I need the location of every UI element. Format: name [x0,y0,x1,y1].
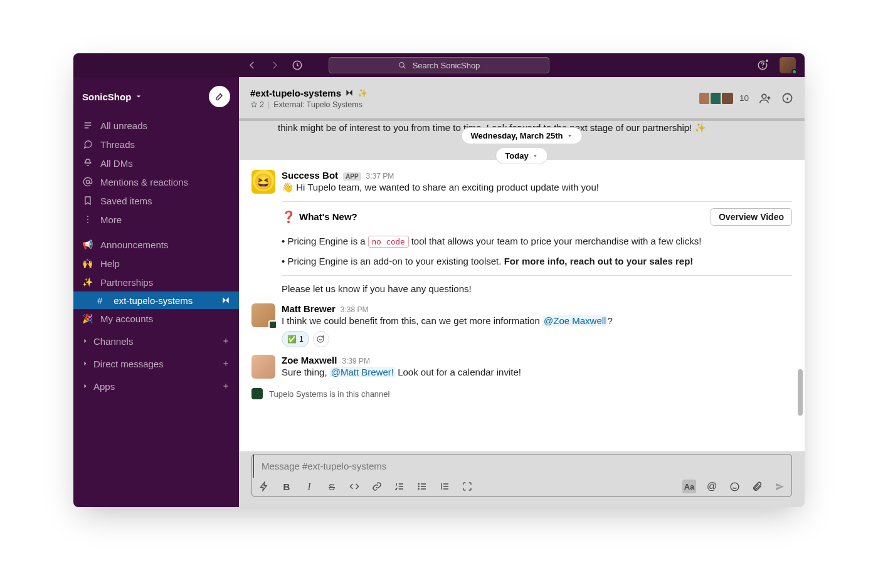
section-apps[interactable]: Apps ＋ [73,377,239,396]
app-window: Search SonicShop SonicShop All unrea [73,53,805,507]
nav-all-dms[interactable]: All DMs [73,154,239,172]
message-text: Sure thing, @Matt Brewer! Look out for a… [282,365,792,380]
channel-announcements[interactable]: 📢 Announcements [73,235,239,254]
caret-icon [82,360,88,367]
top-header: Search SonicShop [73,53,805,77]
app-badge: APP [343,172,361,181]
italic-icon[interactable]: I [302,480,316,493]
pin-icon[interactable]: 2 [250,100,264,109]
nav-mentions[interactable]: Mentions & reactions [73,172,239,191]
composer-area: Message #ext-tupelo-systems B I S [239,451,805,507]
history-icon[interactable] [292,60,303,71]
svg-point-6 [87,219,88,220]
link-icon[interactable] [370,480,384,493]
org-badge-icon [268,320,277,329]
code-chip: no code [368,236,409,248]
message-time: 3:37 PM [366,172,394,181]
sender-name[interactable]: Success Bot [282,170,338,181]
svg-point-3 [763,67,763,68]
channel-partnerships[interactable]: ✨ Partnerships [73,273,239,291]
channel-details-icon[interactable] [781,92,793,104]
nav-all-unreads[interactable]: All unreads [73,116,239,135]
help-emoji: 🙌 [82,258,93,268]
strike-icon[interactable]: S [325,480,339,493]
reaction-check[interactable]: ✅ 1 [282,331,309,347]
channel-content: #ext-tupelo-systems ✨ 2 | External: Tupe… [239,77,805,507]
section-dms[interactable]: Direct messages ＋ [73,354,239,373]
message-zoe: Zoe Maxwell 3:39 PM Sure thing, @Matt Br… [239,351,805,384]
presence-indicator [791,69,797,75]
caret-icon [82,338,88,344]
shortcuts-icon[interactable] [257,480,271,493]
help-icon[interactable] [757,60,768,71]
closing-line: Please let us know if you have any quest… [282,282,792,297]
announcements-emoji: 📢 [82,239,93,249]
nav-saved[interactable]: Saved items [73,191,239,210]
workspace-switcher[interactable]: SonicShop [82,92,142,102]
scrollbar-thumb[interactable] [798,369,803,416]
forward-icon[interactable] [269,60,280,71]
sparkle-icon: ✨ [357,88,368,98]
channel-header: #ext-tupelo-systems ✨ 2 | External: Tupe… [239,77,805,118]
search-input[interactable]: Search SonicShop [329,57,549,73]
compose-button[interactable] [209,86,230,107]
message-text: 👋 Hi Tupelo team, we wanted to share an … [282,181,792,195]
svg-point-8 [762,94,766,98]
mention[interactable]: @Zoe Maxwell [542,315,607,326]
svg-point-7 [87,222,88,223]
attach-icon[interactable] [750,480,764,493]
mention[interactable]: @Matt Brewer! [330,367,395,377]
bullet-1: • Pricing Engine is a no code tool that … [282,234,792,249]
workspace-name: SonicShop [82,92,131,102]
svg-point-11 [418,483,419,484]
blockquote-icon[interactable] [438,480,452,493]
bookmark-icon [82,196,93,206]
emoji-icon[interactable] [727,480,741,493]
channel-help[interactable]: 🙌 Help [73,254,239,273]
message-text: I think we could benefit from this, can … [282,314,792,328]
channel-title[interactable]: #ext-tupelo-systems ✨ [250,88,368,98]
channel-my-accounts[interactable]: 🎉 My accounts [73,309,239,328]
channel-ext-tupelo-systems[interactable]: # ext-tupelo-systems [73,291,239,309]
add-people-icon[interactable] [759,92,771,105]
send-icon[interactable] [773,480,786,493]
date-divider-prev[interactable]: Wednesday, March 25th [462,127,583,144]
composer-input[interactable]: Message #ext-tupelo-systems [253,454,791,478]
mention-icon[interactable]: @ [705,480,719,493]
message-matt: Matt Brewer 3:38 PM I think we could ben… [239,300,805,351]
sidebar: SonicShop All unreads Threads All DMs [73,77,239,507]
text-format-icon[interactable]: Aa [682,480,696,493]
add-app-icon[interactable]: ＋ [221,381,230,392]
member-count: 10 [739,93,749,103]
shared-channel-icon [345,88,354,97]
caret-icon [82,383,88,389]
org-logo-icon [251,388,263,399]
sender-name[interactable]: Matt Brewer [282,303,336,314]
bullet-list-icon[interactable] [415,480,429,493]
overview-video-button[interactable]: Overview Video [711,208,792,226]
code-icon[interactable] [347,480,361,493]
question-icon: ❓ [282,210,295,224]
member-list[interactable]: 10 [701,92,749,105]
section-channels[interactable]: Channels ＋ [73,332,239,350]
nav-threads[interactable]: Threads [73,135,239,154]
codeblock-icon[interactable] [460,480,474,493]
ordered-list-icon[interactable] [393,480,406,493]
svg-point-5 [87,216,88,217]
message-list[interactable]: think might be of interest to you from t… [239,118,805,451]
more-icon [82,214,93,224]
bullet-2: • Pricing Engine is an add-on to your ex… [282,255,792,269]
sender-name[interactable]: Zoe Maxwell [282,355,337,365]
message-composer[interactable]: Message #ext-tupelo-systems B I S [251,454,792,497]
bold-icon[interactable]: B [280,480,294,493]
date-divider-today[interactable]: Today [495,147,547,164]
svg-point-12 [418,486,419,486]
add-dm-icon[interactable]: ＋ [221,358,230,369]
accounts-emoji: 🎉 [82,313,93,323]
hash-icon: # [97,295,102,306]
back-icon[interactable] [246,60,258,71]
add-channel-icon[interactable]: ＋ [221,335,230,347]
svg-point-4 [86,180,89,183]
add-reaction-button[interactable] [313,331,329,347]
nav-more[interactable]: More [73,210,239,229]
